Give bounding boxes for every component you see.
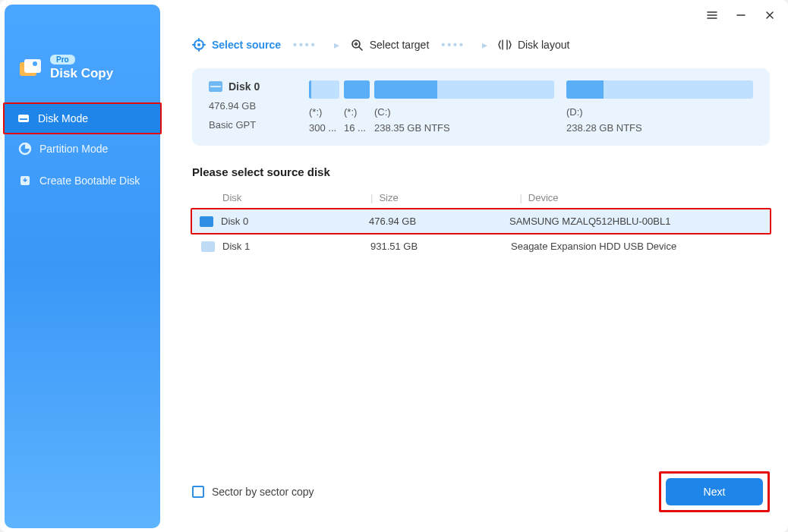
row-disk-device: Seagate Expansion HDD USB Device	[511, 241, 758, 252]
step-separator: ••••	[441, 39, 465, 51]
disk-overview: Disk 0 476.94 GB Basic GPT (*:) 300 ... …	[192, 68, 770, 146]
svg-rect-1	[24, 59, 41, 73]
checkbox-label: Sector by sector copy	[212, 486, 314, 498]
app-logo-icon	[18, 56, 43, 80]
col-header-disk: Disk	[222, 192, 370, 203]
row-disk-size: 931.51 GB	[370, 241, 511, 252]
target-icon	[192, 38, 206, 52]
col-header-size: Size	[379, 192, 519, 203]
footer: Sector by sector copy Next	[192, 471, 770, 512]
partition-mode-icon	[18, 142, 32, 156]
layout-icon	[498, 38, 512, 52]
app-title: Disk Copy	[50, 66, 113, 81]
app-logo: Pro Disk Copy	[5, 55, 160, 101]
partition-detail: 300 ...	[309, 122, 339, 134]
step-label: Disk layout	[518, 39, 569, 51]
sidebar-item-partition-mode[interactable]: Partition Mode	[5, 133, 160, 165]
partition[interactable]: (C:) 238.35 GB NTFS	[374, 80, 554, 134]
app-window: Pro Disk Copy Disk Mode Partition Mode	[0, 0, 788, 532]
step-label: Select source	[212, 39, 281, 51]
step-select-target[interactable]: Select target	[350, 38, 430, 52]
partition[interactable]: (D:) 238.28 GB NTFS	[566, 80, 753, 134]
sidebar-item-label: Partition Mode	[39, 143, 108, 155]
step-separator: ••••	[293, 39, 317, 51]
overview-disk-size: 476.94 GB	[209, 100, 295, 112]
menu-icon[interactable]	[706, 9, 718, 21]
partition-label: (D:)	[566, 106, 753, 118]
sidebar-item-disk-mode[interactable]: Disk Mode	[3, 102, 162, 134]
magnify-icon	[350, 38, 364, 52]
partition[interactable]: (*:) 16 ...	[344, 80, 370, 134]
row-disk-size: 476.94 GB	[369, 216, 509, 227]
row-disk-device: SAMSUNG MZALQ512HBLU-00BL1	[509, 216, 759, 227]
disk-icon	[200, 216, 213, 227]
svg-point-2	[33, 61, 37, 66]
table-header: Disk | Size | Device	[192, 187, 770, 209]
overview-disk-name: Disk 0	[229, 80, 260, 93]
col-header-device: Device	[528, 192, 758, 203]
disk-icon	[201, 241, 215, 252]
sidebar-items: Disk Mode Partition Mode Create Bootable…	[5, 101, 160, 197]
partition-label: (*:)	[309, 106, 339, 118]
overview-disk-layout: Basic GPT	[209, 119, 295, 131]
partition-detail: 238.28 GB NTFS	[566, 122, 753, 134]
sidebar-item-create-bootable[interactable]: Create Bootable Disk	[5, 165, 160, 197]
window-controls	[706, 9, 776, 21]
chevron-right-icon: ▸	[334, 39, 339, 51]
partition-label: (C:)	[374, 106, 554, 118]
svg-rect-4	[20, 118, 27, 120]
partition-map: (*:) 300 ... (*:) 16 ... (C:) 238.35 GB …	[309, 80, 753, 134]
section-title: Please select source disk	[192, 165, 770, 178]
main-content: Select source •••• ▸ Select target •••• …	[160, 0, 788, 532]
chevron-right-icon: ▸	[482, 39, 487, 51]
partition-label: (*:)	[344, 106, 370, 118]
checkbox-icon	[192, 486, 204, 498]
sidebar-item-label: Disk Mode	[38, 112, 88, 124]
row-disk-name: Disk 0	[221, 216, 248, 227]
step-disk-layout[interactable]: Disk layout	[498, 38, 569, 52]
edition-badge: Pro	[50, 55, 75, 65]
disk-icon	[209, 81, 222, 92]
table-row[interactable]: Disk 1 931.51 GB Seagate Expansion HDD U…	[192, 233, 770, 260]
row-disk-name: Disk 1	[222, 241, 250, 252]
minimize-icon[interactable]	[735, 9, 747, 21]
step-label: Select target	[370, 39, 430, 51]
wizard-steps: Select source •••• ▸ Select target •••• …	[192, 38, 770, 52]
sector-copy-checkbox[interactable]: Sector by sector copy	[192, 486, 314, 498]
bootable-disk-icon	[18, 174, 32, 187]
sidebar: Pro Disk Copy Disk Mode Partition Mode	[5, 5, 160, 528]
partition[interactable]: (*:) 300 ...	[309, 80, 339, 134]
step-select-source[interactable]: Select source	[192, 38, 281, 52]
next-button-highlight: Next	[659, 471, 770, 512]
close-icon[interactable]	[764, 9, 776, 21]
next-button[interactable]: Next	[666, 478, 763, 505]
table-row[interactable]: Disk 0 476.94 GB SAMSUNG MZALQ512HBLU-00…	[191, 208, 771, 235]
source-disk-table: Disk | Size | Device Disk 0 476.94 GB SA…	[192, 187, 770, 260]
sidebar-item-label: Create Bootable Disk	[39, 175, 140, 187]
disk-meta: Disk 0 476.94 GB Basic GPT	[209, 80, 295, 131]
partition-detail: 238.35 GB NTFS	[374, 122, 554, 134]
partition-detail: 16 ...	[344, 122, 370, 134]
svg-point-8	[197, 43, 200, 46]
disk-mode-icon	[17, 112, 30, 125]
